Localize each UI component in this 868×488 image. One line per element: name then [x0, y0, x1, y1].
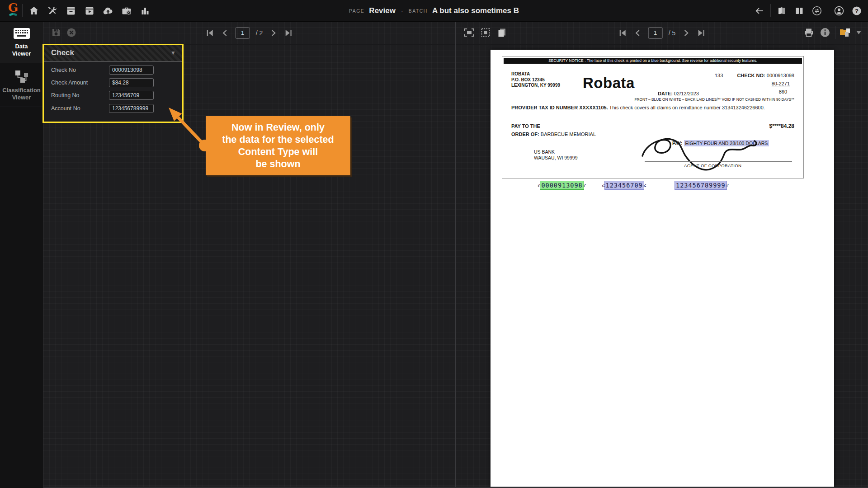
topbar-divider	[770, 4, 771, 17]
tab-label: Viewer	[0, 50, 43, 57]
batch-process-icon[interactable]	[83, 4, 96, 18]
cancel-icon[interactable]	[65, 26, 78, 39]
left-sidebar: Data Viewer Classification Viewer	[0, 21, 43, 488]
top-bar: G PAGE Review · BATCH A but also sometim…	[0, 0, 868, 22]
jobs-icon[interactable]	[120, 4, 133, 18]
collapse-caret-icon[interactable]: ▼	[170, 50, 176, 56]
last-page-icon[interactable]	[696, 28, 705, 38]
callout-line: Now in Review, only	[206, 122, 350, 134]
field-label: Check Amount	[51, 80, 88, 86]
toolbar-divider	[835, 26, 835, 39]
micr-line: ⑈0000913098⑈⑆123456709⑆123456789999⑈	[538, 182, 729, 189]
order-of-line: ORDER OF: BARBECUE MEMORIAL	[511, 131, 596, 138]
pay-to-the: PAY TO THE	[511, 123, 540, 130]
keyboard-icon	[13, 27, 30, 40]
logo-letter: G	[6, 2, 20, 14]
next-page-icon[interactable]	[681, 28, 690, 38]
page-number-input[interactable]	[236, 27, 250, 39]
topbar-action-icons: ?	[753, 0, 863, 21]
next-page-icon[interactable]	[269, 28, 278, 38]
sidebar-tab-classification-viewer[interactable]: Classification Viewer	[0, 63, 43, 107]
topbar-divider	[22, 4, 23, 17]
user-icon[interactable]	[832, 4, 846, 18]
page-thumbnails-icon[interactable]	[495, 26, 508, 39]
micr-check-no: 0000913098	[540, 181, 583, 189]
image-viewer-pager: / 5	[618, 27, 706, 39]
amount-numeric: $****84.28	[769, 123, 794, 130]
last-page-icon[interactable]	[283, 28, 292, 38]
first-page-icon[interactable]	[618, 28, 627, 38]
bank-block: US BANK WAUSAU, WI 99999	[534, 149, 577, 161]
batch-archive-icon[interactable]	[64, 4, 78, 18]
page-total: / 2	[256, 29, 263, 37]
field-label: Account No	[51, 105, 80, 112]
payer-block: ROBATA P.O. BOX 12345 LEXINGTON, KY 9999…	[511, 71, 560, 89]
page-label: PAGE	[349, 8, 364, 14]
save-icon[interactable]	[50, 26, 62, 39]
check-date: DATE: 02/12/2023	[658, 91, 699, 97]
classify-icon[interactable]	[839, 26, 852, 39]
image-viewer-toolbar: / 5	[456, 21, 868, 45]
page-value: Review	[369, 6, 396, 15]
data-viewer-panel: / 2 Check ▼ Check No Check Amount Routin…	[43, 21, 455, 488]
check-group-header[interactable]: Check ▼	[44, 45, 182, 61]
check-image: SECURITY NOTICE : The face of this check…	[502, 56, 804, 178]
batch-value: A but also sometimes B	[432, 6, 519, 15]
sidebar-tab-data-viewer[interactable]: Data Viewer	[0, 21, 43, 63]
tab-label: Classification	[0, 87, 43, 94]
panel-divider[interactable]	[455, 21, 456, 488]
cloud-upload-icon[interactable]	[101, 4, 115, 18]
topbar-divider	[828, 4, 828, 17]
tab-label: Data	[0, 43, 43, 50]
first-page-icon[interactable]	[206, 28, 215, 38]
routing-no-input[interactable]	[109, 91, 154, 100]
security-notice: SECURITY NOTICE : The face of this check…	[504, 58, 802, 64]
back-arrow-icon[interactable]	[753, 4, 766, 18]
app-window: G PAGE Review · BATCH A but also sometim…	[0, 0, 868, 488]
check-amount-input[interactable]	[109, 78, 154, 87]
data-viewer-toolbar: / 2	[43, 21, 455, 45]
check-no-input[interactable]	[109, 66, 154, 75]
callout-line: be shown	[206, 158, 350, 170]
hierarchy-icon	[14, 69, 30, 84]
stats-icon[interactable]	[138, 4, 152, 18]
topbar-nav-icons	[27, 0, 152, 21]
page-total: / 5	[669, 29, 676, 37]
swap-icon[interactable]	[810, 4, 824, 18]
callout-line: the data for the selected	[206, 134, 350, 146]
check-number-line: CHECK NO: 0000913098	[737, 73, 794, 79]
signature-caption: AGENT OF CORPORATION	[684, 163, 741, 169]
prev-page-icon[interactable]	[633, 28, 642, 38]
print-icon[interactable]	[802, 26, 815, 39]
image-viewer-panel: / 5 SECURITY NOTICE : The face of this c…	[456, 21, 868, 488]
tools-icon[interactable]	[46, 4, 59, 18]
prev-page-icon[interactable]	[221, 28, 230, 38]
info-icon[interactable]	[819, 26, 831, 39]
document-viewport: SECURITY NOTICE : The face of this check…	[456, 44, 868, 488]
breadcrumb: PAGE Review · BATCH A but also sometimes…	[349, 0, 519, 21]
signature-line	[645, 161, 792, 162]
columns-icon[interactable]	[793, 4, 806, 18]
batch-label: BATCH	[409, 8, 428, 14]
check-sequence: 133	[715, 73, 723, 79]
data-viewer-pager: / 2	[206, 27, 293, 39]
fit-region-icon[interactable]	[463, 26, 476, 39]
select-region-icon[interactable]	[479, 26, 492, 39]
callout-line: Content Type will	[206, 146, 350, 158]
home-icon[interactable]	[27, 4, 41, 18]
pages-icon[interactable]	[775, 4, 788, 18]
field-row: Check No	[44, 66, 182, 75]
help-icon[interactable]: ?	[850, 4, 863, 18]
tab-label: Viewer	[0, 94, 43, 101]
page-number-input[interactable]	[648, 27, 663, 39]
provider-line: PROVIDER TAX ID NUMBER XXXXX1105. This c…	[511, 105, 765, 111]
classify-dropdown-caret-icon[interactable]	[855, 26, 862, 39]
account-no-input[interactable]	[109, 104, 154, 113]
field-row: Routing No	[44, 91, 182, 100]
field-label: Check No	[51, 67, 76, 73]
group-title: Check	[51, 48, 74, 57]
document-page[interactable]: SECURITY NOTICE : The face of this check…	[491, 50, 834, 488]
field-row: Check Amount	[44, 78, 182, 87]
micr-account-no: 123456789999	[675, 181, 726, 189]
app-logo[interactable]: G	[6, 2, 20, 16]
